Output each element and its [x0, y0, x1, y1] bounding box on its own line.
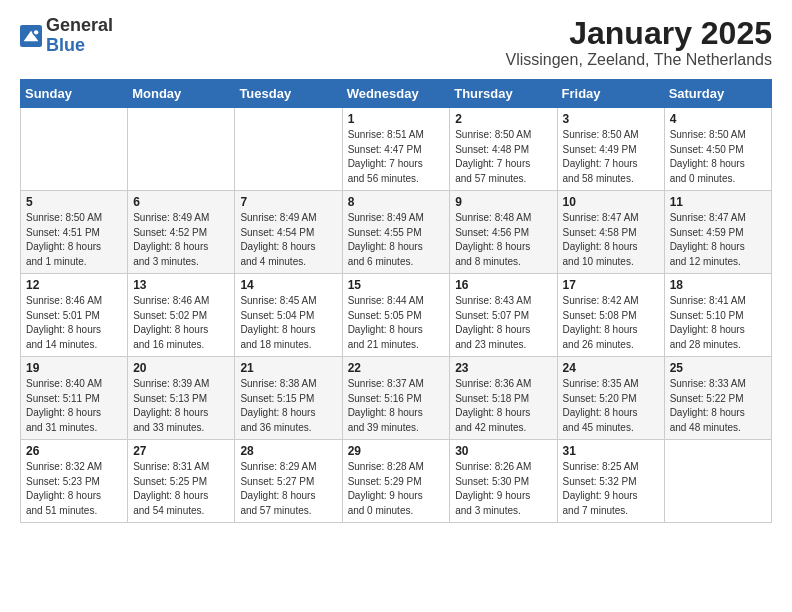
- calendar-week-row: 1Sunrise: 8:51 AM Sunset: 4:47 PM Daylig…: [21, 108, 772, 191]
- day-info: Sunrise: 8:50 AM Sunset: 4:51 PM Dayligh…: [26, 211, 122, 269]
- calendar-day-cell: 5Sunrise: 8:50 AM Sunset: 4:51 PM Daylig…: [21, 191, 128, 274]
- logo: General Blue: [20, 16, 113, 56]
- day-info: Sunrise: 8:46 AM Sunset: 5:02 PM Dayligh…: [133, 294, 229, 352]
- day-info: Sunrise: 8:49 AM Sunset: 4:55 PM Dayligh…: [348, 211, 445, 269]
- weekday-header: Friday: [557, 80, 664, 108]
- day-info: Sunrise: 8:37 AM Sunset: 5:16 PM Dayligh…: [348, 377, 445, 435]
- calendar-day-cell: 1Sunrise: 8:51 AM Sunset: 4:47 PM Daylig…: [342, 108, 450, 191]
- day-info: Sunrise: 8:43 AM Sunset: 5:07 PM Dayligh…: [455, 294, 551, 352]
- day-number: 16: [455, 278, 551, 292]
- day-info: Sunrise: 8:50 AM Sunset: 4:50 PM Dayligh…: [670, 128, 766, 186]
- day-info: Sunrise: 8:33 AM Sunset: 5:22 PM Dayligh…: [670, 377, 766, 435]
- calendar-day-cell: 15Sunrise: 8:44 AM Sunset: 5:05 PM Dayli…: [342, 274, 450, 357]
- day-number: 18: [670, 278, 766, 292]
- day-info: Sunrise: 8:47 AM Sunset: 4:59 PM Dayligh…: [670, 211, 766, 269]
- calendar-day-cell: 9Sunrise: 8:48 AM Sunset: 4:56 PM Daylig…: [450, 191, 557, 274]
- day-number: 19: [26, 361, 122, 375]
- page-header: General Blue January 2025 Vlissingen, Ze…: [20, 16, 772, 69]
- day-info: Sunrise: 8:26 AM Sunset: 5:30 PM Dayligh…: [455, 460, 551, 518]
- title-block: January 2025 Vlissingen, Zeeland, The Ne…: [505, 16, 772, 69]
- svg-point-3: [34, 30, 38, 34]
- calendar-day-cell: [235, 108, 342, 191]
- calendar-day-cell: [21, 108, 128, 191]
- logo-line1: General: [46, 16, 113, 36]
- day-number: 24: [563, 361, 659, 375]
- day-number: 5: [26, 195, 122, 209]
- calendar-day-cell: 6Sunrise: 8:49 AM Sunset: 4:52 PM Daylig…: [128, 191, 235, 274]
- day-info: Sunrise: 8:50 AM Sunset: 4:49 PM Dayligh…: [563, 128, 659, 186]
- calendar-day-cell: 11Sunrise: 8:47 AM Sunset: 4:59 PM Dayli…: [664, 191, 771, 274]
- calendar-day-cell: 30Sunrise: 8:26 AM Sunset: 5:30 PM Dayli…: [450, 440, 557, 523]
- day-info: Sunrise: 8:51 AM Sunset: 4:47 PM Dayligh…: [348, 128, 445, 186]
- day-info: Sunrise: 8:46 AM Sunset: 5:01 PM Dayligh…: [26, 294, 122, 352]
- calendar-day-cell: 23Sunrise: 8:36 AM Sunset: 5:18 PM Dayli…: [450, 357, 557, 440]
- day-number: 23: [455, 361, 551, 375]
- calendar-day-cell: 19Sunrise: 8:40 AM Sunset: 5:11 PM Dayli…: [21, 357, 128, 440]
- day-info: Sunrise: 8:49 AM Sunset: 4:52 PM Dayligh…: [133, 211, 229, 269]
- calendar-day-cell: 14Sunrise: 8:45 AM Sunset: 5:04 PM Dayli…: [235, 274, 342, 357]
- calendar-day-cell: 20Sunrise: 8:39 AM Sunset: 5:13 PM Dayli…: [128, 357, 235, 440]
- weekday-header: Sunday: [21, 80, 128, 108]
- day-info: Sunrise: 8:49 AM Sunset: 4:54 PM Dayligh…: [240, 211, 336, 269]
- day-number: 6: [133, 195, 229, 209]
- day-info: Sunrise: 8:50 AM Sunset: 4:48 PM Dayligh…: [455, 128, 551, 186]
- day-info: Sunrise: 8:29 AM Sunset: 5:27 PM Dayligh…: [240, 460, 336, 518]
- weekday-header: Tuesday: [235, 80, 342, 108]
- day-number: 26: [26, 444, 122, 458]
- day-info: Sunrise: 8:39 AM Sunset: 5:13 PM Dayligh…: [133, 377, 229, 435]
- calendar-day-cell: 10Sunrise: 8:47 AM Sunset: 4:58 PM Dayli…: [557, 191, 664, 274]
- calendar-day-cell: 29Sunrise: 8:28 AM Sunset: 5:29 PM Dayli…: [342, 440, 450, 523]
- day-number: 8: [348, 195, 445, 209]
- calendar-day-cell: 3Sunrise: 8:50 AM Sunset: 4:49 PM Daylig…: [557, 108, 664, 191]
- calendar-week-row: 5Sunrise: 8:50 AM Sunset: 4:51 PM Daylig…: [21, 191, 772, 274]
- day-info: Sunrise: 8:28 AM Sunset: 5:29 PM Dayligh…: [348, 460, 445, 518]
- day-number: 13: [133, 278, 229, 292]
- day-info: Sunrise: 8:48 AM Sunset: 4:56 PM Dayligh…: [455, 211, 551, 269]
- day-number: 1: [348, 112, 445, 126]
- weekday-header: Saturday: [664, 80, 771, 108]
- calendar-day-cell: 25Sunrise: 8:33 AM Sunset: 5:22 PM Dayli…: [664, 357, 771, 440]
- day-number: 27: [133, 444, 229, 458]
- calendar-day-cell: 16Sunrise: 8:43 AM Sunset: 5:07 PM Dayli…: [450, 274, 557, 357]
- day-number: 28: [240, 444, 336, 458]
- day-number: 25: [670, 361, 766, 375]
- day-info: Sunrise: 8:40 AM Sunset: 5:11 PM Dayligh…: [26, 377, 122, 435]
- day-info: Sunrise: 8:41 AM Sunset: 5:10 PM Dayligh…: [670, 294, 766, 352]
- day-number: 7: [240, 195, 336, 209]
- calendar-day-cell: 18Sunrise: 8:41 AM Sunset: 5:10 PM Dayli…: [664, 274, 771, 357]
- day-info: Sunrise: 8:45 AM Sunset: 5:04 PM Dayligh…: [240, 294, 336, 352]
- day-info: Sunrise: 8:47 AM Sunset: 4:58 PM Dayligh…: [563, 211, 659, 269]
- calendar-week-row: 26Sunrise: 8:32 AM Sunset: 5:23 PM Dayli…: [21, 440, 772, 523]
- calendar-week-row: 19Sunrise: 8:40 AM Sunset: 5:11 PM Dayli…: [21, 357, 772, 440]
- day-number: 31: [563, 444, 659, 458]
- day-number: 10: [563, 195, 659, 209]
- weekday-header: Thursday: [450, 80, 557, 108]
- calendar-day-cell: [664, 440, 771, 523]
- day-info: Sunrise: 8:25 AM Sunset: 5:32 PM Dayligh…: [563, 460, 659, 518]
- day-info: Sunrise: 8:35 AM Sunset: 5:20 PM Dayligh…: [563, 377, 659, 435]
- calendar-day-cell: 7Sunrise: 8:49 AM Sunset: 4:54 PM Daylig…: [235, 191, 342, 274]
- calendar-day-cell: 12Sunrise: 8:46 AM Sunset: 5:01 PM Dayli…: [21, 274, 128, 357]
- calendar-subtitle: Vlissingen, Zeeland, The Netherlands: [505, 51, 772, 69]
- day-number: 15: [348, 278, 445, 292]
- calendar-day-cell: 31Sunrise: 8:25 AM Sunset: 5:32 PM Dayli…: [557, 440, 664, 523]
- day-number: 29: [348, 444, 445, 458]
- day-number: 12: [26, 278, 122, 292]
- weekday-header: Monday: [128, 80, 235, 108]
- calendar-day-cell: 2Sunrise: 8:50 AM Sunset: 4:48 PM Daylig…: [450, 108, 557, 191]
- logo-line2: Blue: [46, 36, 113, 56]
- calendar-table: SundayMondayTuesdayWednesdayThursdayFrid…: [20, 79, 772, 523]
- day-info: Sunrise: 8:32 AM Sunset: 5:23 PM Dayligh…: [26, 460, 122, 518]
- day-number: 11: [670, 195, 766, 209]
- day-number: 14: [240, 278, 336, 292]
- day-info: Sunrise: 8:36 AM Sunset: 5:18 PM Dayligh…: [455, 377, 551, 435]
- day-number: 30: [455, 444, 551, 458]
- calendar-day-cell: 21Sunrise: 8:38 AM Sunset: 5:15 PM Dayli…: [235, 357, 342, 440]
- calendar-day-cell: 24Sunrise: 8:35 AM Sunset: 5:20 PM Dayli…: [557, 357, 664, 440]
- weekday-header: Wednesday: [342, 80, 450, 108]
- calendar-title: January 2025: [505, 16, 772, 51]
- calendar-day-cell: 8Sunrise: 8:49 AM Sunset: 4:55 PM Daylig…: [342, 191, 450, 274]
- calendar-week-row: 12Sunrise: 8:46 AM Sunset: 5:01 PM Dayli…: [21, 274, 772, 357]
- calendar-day-cell: 17Sunrise: 8:42 AM Sunset: 5:08 PM Dayli…: [557, 274, 664, 357]
- calendar-day-cell: 27Sunrise: 8:31 AM Sunset: 5:25 PM Dayli…: [128, 440, 235, 523]
